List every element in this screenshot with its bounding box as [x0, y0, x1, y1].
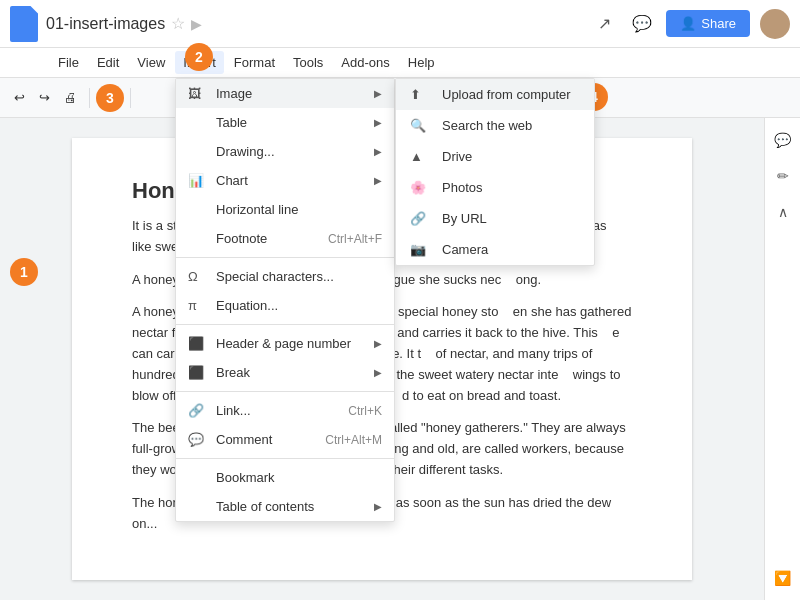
insert-comment-label: Comment	[216, 432, 325, 447]
google-docs-icon	[10, 6, 38, 42]
avatar[interactable]	[760, 9, 790, 39]
image-submenu: ⬆ Upload from computer 🔍 Search the web …	[395, 78, 595, 266]
insert-header-label: Header & page number	[216, 336, 368, 351]
equation-menu-icon: π	[188, 298, 208, 313]
url-label: By URL	[442, 211, 487, 226]
drive-icon: ▲	[410, 149, 432, 164]
camera-icon: 📷	[410, 242, 432, 257]
insert-menu-equation[interactable]: π Equation...	[176, 291, 394, 320]
menu-format[interactable]: Format	[226, 51, 283, 74]
scroll-down-button[interactable]: 🔽	[769, 564, 797, 592]
folder-icon[interactable]: ▶	[191, 16, 202, 32]
camera-label: Camera	[442, 242, 488, 257]
insert-menu-break[interactable]: ⬛ Break ▶	[176, 358, 394, 387]
star-icon[interactable]: ☆	[171, 14, 185, 33]
search-icon: 🔍	[410, 118, 432, 133]
insert-menu-drawing[interactable]: Drawing... ▶	[176, 137, 394, 166]
insert-link-label: Link...	[216, 403, 348, 418]
insert-special-chars-label: Special characters...	[216, 269, 382, 284]
image-photos[interactable]: 🌸 Photos	[396, 172, 594, 203]
share-button[interactable]: 👤 Share	[666, 10, 750, 37]
image-drive[interactable]: ▲ Drive	[396, 141, 594, 172]
drawing-arrow-icon: ▶	[374, 146, 382, 157]
insert-drawing-label: Drawing...	[216, 144, 368, 159]
comment-icon[interactable]: 💬	[769, 126, 797, 154]
insert-menu-toc[interactable]: Table of contents ▶	[176, 492, 394, 521]
menu-sep-4	[176, 458, 394, 459]
chart-arrow-icon: ▶	[374, 175, 382, 186]
insert-menu-hline[interactable]: Horizontal line	[176, 195, 394, 224]
image-camera[interactable]: 📷 Camera	[396, 234, 594, 265]
link-shortcut: Ctrl+K	[348, 404, 382, 418]
upload-icon: ⬆	[410, 87, 432, 102]
insert-footnote-label: Footnote	[216, 231, 328, 246]
redo-button[interactable]: ↪	[33, 86, 56, 109]
insert-break-label: Break	[216, 365, 368, 380]
insert-menu-link[interactable]: 🔗 Link... Ctrl+K	[176, 396, 394, 425]
badge-2: 2	[185, 43, 213, 71]
menu-sep-2	[176, 324, 394, 325]
image-search-web[interactable]: 🔍 Search the web	[396, 110, 594, 141]
insert-hline-label: Horizontal line	[216, 202, 382, 217]
header-menu-icon: ⬛	[188, 336, 208, 351]
upload-computer-label: Upload from computer	[442, 87, 571, 102]
insert-menu-comment[interactable]: 💬 Comment Ctrl+Alt+M	[176, 425, 394, 454]
chart-menu-icon: 📊	[188, 173, 208, 188]
document-title: 01-insert-images	[46, 15, 165, 33]
comment-shortcut: Ctrl+Alt+M	[325, 433, 382, 447]
toc-arrow-icon: ▶	[374, 501, 382, 512]
special-chars-icon: Ω	[188, 269, 208, 284]
insert-image-label: Image	[216, 86, 368, 101]
insert-table-label: Table	[216, 115, 368, 130]
insert-equation-label: Equation...	[216, 298, 382, 313]
photos-label: Photos	[442, 180, 482, 195]
undo-button[interactable]: ↩	[8, 86, 31, 109]
insert-bookmark-label: Bookmark	[216, 470, 382, 485]
menu-help[interactable]: Help	[400, 51, 443, 74]
toolbar-separator-2	[130, 88, 131, 108]
menu-sep-3	[176, 391, 394, 392]
header-arrow-icon: ▶	[374, 338, 382, 349]
menu-bar: File Edit View Insert Format Tools Add-o…	[0, 48, 800, 78]
chevron-up-icon[interactable]: ∧	[769, 198, 797, 226]
break-menu-icon: ⬛	[188, 365, 208, 380]
badge-1: 1	[10, 258, 38, 286]
footnote-shortcut: Ctrl+Alt+F	[328, 232, 382, 246]
print-button[interactable]: 🖨	[58, 86, 83, 109]
photos-icon: 🌸	[410, 180, 432, 195]
image-arrow-icon: ▶	[374, 88, 382, 99]
trending-icon[interactable]: ↗	[590, 10, 618, 38]
insert-menu-chart[interactable]: 📊 Chart ▶	[176, 166, 394, 195]
top-bar: 01-insert-images ☆ ▶ ↗ 💬 👤 Share	[0, 0, 800, 48]
table-arrow-icon: ▶	[374, 117, 382, 128]
insert-toc-label: Table of contents	[216, 499, 368, 514]
image-url[interactable]: 🔗 By URL	[396, 203, 594, 234]
drive-label: Drive	[442, 149, 472, 164]
menu-file[interactable]: File	[50, 51, 87, 74]
comment-menu-icon: 💬	[188, 432, 208, 447]
image-menu-icon: 🖼	[188, 86, 208, 101]
insert-menu-table[interactable]: Table ▶	[176, 108, 394, 137]
insert-menu-bookmark[interactable]: Bookmark	[176, 463, 394, 492]
toolbar-separator-1	[89, 88, 90, 108]
document-title-area: 01-insert-images ☆ ▶	[46, 14, 590, 33]
menu-edit[interactable]: Edit	[89, 51, 127, 74]
image-upload-computer[interactable]: ⬆ Upload from computer	[396, 79, 594, 110]
insert-menu-dropdown: 🖼 Image ▶ Table ▶ Drawing... ▶ 📊 Chart ▶…	[175, 78, 395, 522]
badge-3: 3	[96, 84, 124, 112]
url-icon: 🔗	[410, 211, 432, 226]
insert-menu-header[interactable]: ⬛ Header & page number ▶	[176, 329, 394, 358]
right-sidebar: 💬 ✏ ∧ 🔽	[764, 118, 800, 600]
insert-menu-footnote[interactable]: Footnote Ctrl+Alt+F	[176, 224, 394, 253]
menu-addons[interactable]: Add-ons	[333, 51, 397, 74]
insert-chart-label: Chart	[216, 173, 368, 188]
edit-icon[interactable]: ✏	[769, 162, 797, 190]
menu-tools[interactable]: Tools	[285, 51, 331, 74]
insert-menu-image[interactable]: 🖼 Image ▶	[176, 79, 394, 108]
insert-menu-special-chars[interactable]: Ω Special characters...	[176, 262, 394, 291]
search-web-label: Search the web	[442, 118, 532, 133]
menu-view[interactable]: View	[129, 51, 173, 74]
chat-icon[interactable]: 💬	[628, 10, 656, 38]
menu-sep-1	[176, 257, 394, 258]
link-menu-icon: 🔗	[188, 403, 208, 418]
